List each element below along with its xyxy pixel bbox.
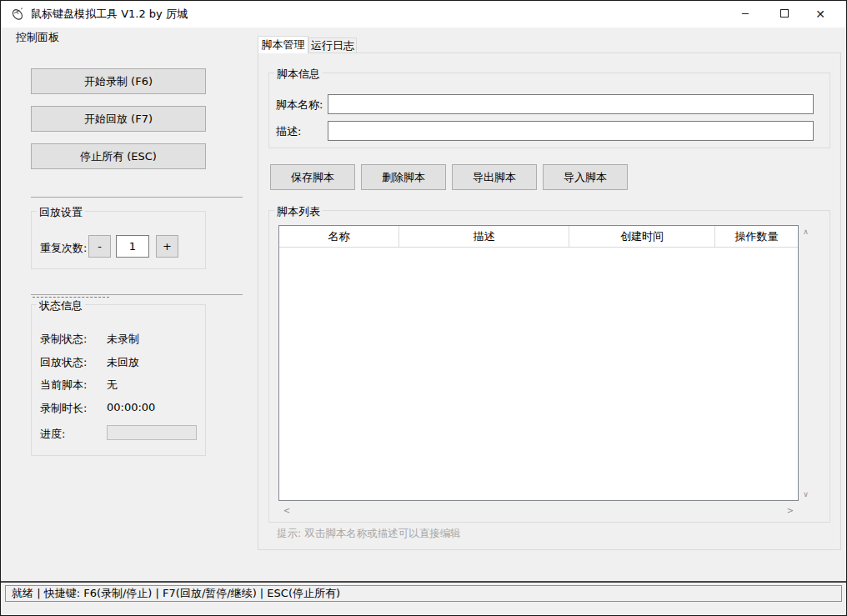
script-name-input[interactable] [328, 94, 814, 114]
maximize-button[interactable] [770, 1, 799, 28]
close-icon: ✕ [815, 8, 825, 21]
playback-settings-group: 回放设置 重复次数: - + [31, 211, 206, 269]
script-list-group: 脚本列表 名称 描述 创建时间 操作数量 ∧ ∨ < > [268, 210, 830, 523]
table-header-cell-name[interactable]: 名称 [279, 226, 399, 247]
scroll-left-icon[interactable]: < [280, 504, 293, 518]
repeat-count-label: 重复次数: [40, 241, 87, 256]
status-bar: 就绪 | 快捷键: F6(录制/停止) | F7(回放/暂停/继续) | ESC… [5, 585, 842, 602]
script-info-group: 脚本信息 脚本名称: 描述: [268, 73, 830, 148]
tab-run-log[interactable]: 运行日志 [308, 38, 357, 53]
separator [31, 197, 243, 198]
status-info-group: 状态信息 录制状态: 未录制 回放状态: 未回放 当前脚本: 无 录制时长: 0… [31, 304, 206, 456]
minimize-button[interactable]: ─ [731, 1, 759, 28]
script-desc-input[interactable] [328, 121, 814, 141]
mouse-icon [10, 7, 25, 22]
table-header-cell-desc[interactable]: 描述 [399, 226, 569, 247]
app-window: 鼠标键盘模拟工具 V1.2 by 厉城 ─ ✕ 控制面板 开始录制 (F6) 开… [0, 0, 847, 616]
stop-all-button[interactable]: 停止所有 (ESC) [31, 143, 206, 169]
vertical-scrollbar[interactable]: ∧ ∨ [799, 225, 813, 501]
control-panel-title: 控制面板 [16, 30, 59, 45]
horizontal-scrollbar[interactable]: < > [278, 504, 799, 518]
window-title: 鼠标键盘模拟工具 V1.2 by 厉城 [31, 1, 188, 28]
table-header-cell-created[interactable]: 创建时间 [569, 226, 715, 247]
maximize-icon [780, 9, 789, 18]
hint-text: 提示: 双击脚本名称或描述可以直接编辑 [277, 527, 461, 541]
repeat-count-input[interactable] [116, 235, 149, 258]
record-status-value: 未录制 [107, 332, 139, 347]
table-header-cell-opcount[interactable]: 操作数量 [715, 226, 798, 247]
script-desc-label: 描述: [276, 124, 301, 139]
playback-status-value: 未回放 [107, 355, 139, 370]
dashed-artifact [33, 297, 109, 298]
import-script-button[interactable]: 导入脚本 [543, 164, 628, 190]
status-row: 录制状态: 未录制 [32, 332, 205, 345]
table-header-row: 名称 描述 创建时间 操作数量 [279, 226, 798, 248]
decrement-button[interactable]: - [88, 235, 111, 258]
tab-panel: 脚本信息 脚本名称: 描述: 保存脚本 删除脚本 导出脚本 导入脚本 脚本列表 … [258, 53, 841, 550]
playback-settings-title: 回放设置 [37, 205, 85, 220]
start-playback-button[interactable]: 开始回放 (F7) [31, 106, 206, 132]
minimize-icon: ─ [742, 8, 749, 20]
progress-label: 进度: [40, 427, 65, 442]
status-bar-text: 就绪 | 快捷键: F6(录制/停止) | F7(回放/暂停/继续) | ESC… [12, 586, 340, 601]
status-row: 当前脚本: 无 [32, 378, 205, 391]
script-table[interactable]: 名称 描述 创建时间 操作数量 [278, 225, 799, 501]
increment-button[interactable]: + [156, 235, 178, 258]
close-button[interactable]: ✕ [806, 1, 834, 28]
export-script-button[interactable]: 导出脚本 [452, 164, 537, 190]
status-row: 录制时长: 00:00:00 [32, 401, 205, 414]
record-duration-value: 00:00:00 [107, 401, 155, 413]
titlebar[interactable]: 鼠标键盘模拟工具 V1.2 by 厉城 ─ ✕ [1, 1, 846, 28]
record-duration-label: 录制时长: [40, 401, 87, 416]
table-body[interactable] [279, 248, 798, 500]
record-status-label: 录制状态: [40, 332, 87, 347]
save-script-button[interactable]: 保存脚本 [270, 164, 355, 190]
scroll-up-icon[interactable]: ∧ [799, 225, 813, 238]
progress-bar [107, 425, 197, 440]
script-info-title: 脚本信息 [274, 67, 323, 82]
current-script-label: 当前脚本: [40, 378, 87, 393]
script-name-label: 脚本名称: [276, 98, 323, 113]
scroll-right-icon[interactable]: > [784, 504, 797, 518]
current-script-value: 无 [107, 378, 118, 393]
script-list-title: 脚本列表 [274, 204, 323, 219]
tab-script-management[interactable]: 脚本管理 [258, 36, 308, 53]
status-info-title: 状态信息 [37, 298, 85, 313]
delete-script-button[interactable]: 删除脚本 [361, 164, 446, 190]
separator [31, 294, 243, 295]
start-record-button[interactable]: 开始录制 (F6) [31, 68, 206, 94]
scroll-down-icon[interactable]: ∨ [799, 488, 813, 501]
status-row: 回放状态: 未回放 [32, 355, 205, 368]
playback-status-label: 回放状态: [40, 355, 87, 370]
status-bar-divider [1, 581, 846, 583]
